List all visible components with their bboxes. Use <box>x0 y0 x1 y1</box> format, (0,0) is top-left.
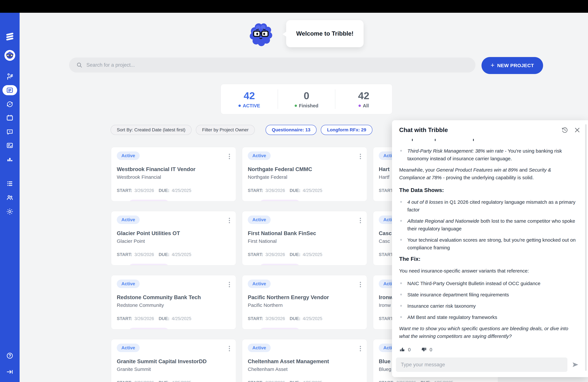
due-value: 4/25/2025 <box>172 252 191 257</box>
kebab-menu-icon[interactable] <box>359 153 362 160</box>
bullet-text: AM Best and state regulatory frameworks <box>407 315 497 320</box>
sidebar-item-help[interactable] <box>0 352 20 360</box>
kebab-menu-icon[interactable] <box>228 217 231 224</box>
status-badge: Active <box>117 344 140 352</box>
start-value: 3/26/2026 <box>134 188 154 193</box>
bullet-dot-icon <box>400 305 402 307</box>
sidebar-mascot-avatar[interactable] <box>0 50 20 61</box>
due-label: DUE: <box>159 316 169 321</box>
stat-finished[interactable]: 0Finished <box>278 90 335 108</box>
stat-label: All <box>358 103 369 108</box>
welcome-text: Welcome to Tribble! <box>296 30 354 37</box>
close-chat-button[interactable] <box>574 127 581 133</box>
sidebar-item-queue[interactable] <box>0 180 20 187</box>
project-subtitle: Northgate Federal <box>248 174 361 180</box>
table-columns-icon <box>117 328 124 330</box>
filter-chip[interactable]: Longform RFx: 29 <box>321 125 372 135</box>
due-value: 4/25/2025 <box>303 188 322 193</box>
due-label: DUE: <box>290 316 300 321</box>
due-label: DUE: <box>159 188 169 193</box>
due-value: 4/25/2025 <box>172 316 191 321</box>
chat-bullet: Third-Party Risk Management: 38% win rat… <box>399 147 578 162</box>
project-subtitle: Westbrook Financial <box>117 174 230 180</box>
stat-value: 42 <box>358 90 369 102</box>
status-badge: Active <box>248 344 271 352</box>
kebab-menu-icon[interactable] <box>228 281 231 288</box>
filter-chip[interactable]: Sort By: Created Date (latest first) <box>111 125 191 135</box>
chat-sparkle-icon <box>6 128 14 136</box>
bullet-text: Third-Party Risk Management: 38% win rat… <box>407 148 562 161</box>
project-card[interactable]: ActiveCheltenham Asset ManagementChelten… <box>242 339 367 382</box>
bullet-dot-icon <box>400 316 402 318</box>
project-card[interactable]: ActiveRedstone Community Bank TechRedsto… <box>111 275 236 329</box>
sidebar-item-projects-active[interactable] <box>0 85 20 95</box>
stat-label: ACTIVE <box>238 103 260 108</box>
sidebar-item-handoff[interactable] <box>0 73 20 80</box>
bullet-dot-icon <box>400 294 402 296</box>
kebab-menu-icon[interactable] <box>228 153 231 160</box>
sidebar-item-calendar[interactable] <box>0 114 20 122</box>
due-value: 4/25/2025 <box>172 188 191 193</box>
bullet-dot-icon <box>400 239 402 241</box>
chat-message-input[interactable] <box>396 358 567 372</box>
stat-label-text: ACTIVE <box>243 103 260 108</box>
start-label: START: <box>117 188 132 193</box>
stat-active[interactable]: 42ACTIVE <box>221 90 278 108</box>
chat-bullet: State insurance department filing requir… <box>399 291 578 298</box>
project-dates: START:3/26/2026DUE:4/25/2025 <box>248 380 361 382</box>
calendar-icon <box>6 114 14 122</box>
kebab-menu-icon[interactable] <box>359 281 362 288</box>
project-title: Westbrook Financial IT Vendor <box>117 166 230 172</box>
sidebar-item-logout[interactable] <box>0 368 20 376</box>
send-button[interactable] <box>572 361 579 368</box>
history-button[interactable] <box>561 127 568 134</box>
new-project-button[interactable]: + NEW PROJECT <box>482 57 543 74</box>
bar-chart-icon <box>6 156 13 163</box>
project-card[interactable]: ActiveNorthgate Federal CMMCNorthgate Fe… <box>242 147 367 201</box>
sidebar-item-sync[interactable] <box>0 101 20 108</box>
sidebar-item-settings[interactable] <box>0 208 20 215</box>
table-columns-icon <box>248 328 255 330</box>
filter-chip[interactable]: Questionnaire: 13 <box>266 125 317 135</box>
users-icon <box>6 194 14 201</box>
kebab-menu-icon[interactable] <box>228 345 231 352</box>
project-subtitle: First National <box>248 238 361 244</box>
status-badge: Active <box>117 151 140 160</box>
sidebar-item-users[interactable] <box>0 194 20 201</box>
project-title: Cheltenham Asset Management <box>248 358 361 364</box>
stat-dot-icon <box>358 105 361 107</box>
project-card-footer: In Review • 0% <box>117 264 230 265</box>
chat-scrollbar[interactable] <box>585 124 587 371</box>
project-card[interactable]: ActiveWestbrook Financial IT VendorWestb… <box>111 147 236 201</box>
start-value: 3/26/2026 <box>265 188 285 193</box>
table-columns-icon <box>379 200 386 201</box>
chat-paragraph: You need insurance-specific answer varia… <box>399 267 578 275</box>
sidebar-item-chat[interactable] <box>0 128 20 136</box>
thumbs-down-button[interactable]: 0 <box>421 346 432 351</box>
stat-all[interactable]: 42All <box>335 90 392 108</box>
table-columns-icon <box>379 328 386 330</box>
kebab-menu-icon[interactable] <box>359 217 362 224</box>
project-title: Granite Summit Capital InvestorDD <box>117 358 230 364</box>
tribble-logo-icon <box>5 32 14 41</box>
bullet-text: 4 out of 8 losses in Q1 2026 cited regul… <box>407 199 575 212</box>
sidebar-item-survey[interactable] <box>0 142 20 149</box>
due-value: 4/25/2025 <box>303 316 322 321</box>
thumbs-up-count: 0 <box>408 346 411 351</box>
tribble-logo[interactable] <box>0 32 20 41</box>
project-card[interactable]: ActiveGranite Summit Capital InvestorDDG… <box>111 339 236 382</box>
project-card[interactable]: ActiveGlacier Point Utilities OTGlacier … <box>111 211 236 265</box>
search-input[interactable] <box>86 62 475 68</box>
filter-chip[interactable]: Filter by Project Owner <box>196 125 255 135</box>
project-card[interactable]: ActiveFirst National Bank FinSecFirst Na… <box>242 211 367 265</box>
start-value: 3/26/2026 <box>265 252 285 257</box>
sidebar-item-analytics[interactable] <box>0 156 20 163</box>
kebab-menu-icon[interactable] <box>359 345 362 352</box>
projects-icon <box>6 86 13 94</box>
project-subtitle: Redstone Community <box>117 302 230 308</box>
person-swap-icon <box>6 73 14 80</box>
start-label: START: <box>248 188 263 193</box>
project-card[interactable]: ActivePacific Northern Energy VendorPaci… <box>242 275 367 329</box>
start-value: 3/26/2026 <box>265 316 285 321</box>
thumbs-up-button[interactable]: 0 <box>399 346 411 351</box>
